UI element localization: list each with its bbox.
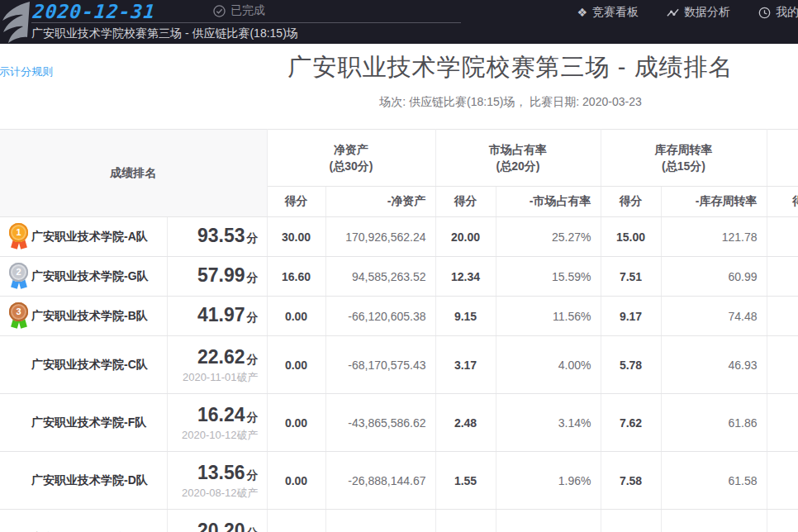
- nav-label: 数据分析: [684, 5, 730, 20]
- nav-item-data-analysis[interactable]: 数据分析: [653, 5, 744, 20]
- group-name: 库存周转率: [601, 141, 767, 158]
- value-cell: 61.86: [661, 394, 767, 452]
- topbar-subtitle: 广安职业技术学院校赛第三场 - 供应链比赛(18:15)场: [31, 26, 298, 41]
- bankrupt-date: 2020-10-12破产: [168, 428, 267, 442]
- score-cell: 5.78: [601, 336, 661, 394]
- rank-number: 2: [9, 263, 28, 282]
- value-cell: 46.93: [661, 336, 767, 394]
- ranking-table: 成绩排名 净资产 (总30分) 市场占有率 (总20分) 库存周转率 (总15分…: [0, 129, 798, 532]
- score-unit: 分: [247, 231, 259, 245]
- score-unit: 分: [247, 311, 259, 324]
- table-row: 广安职业技术学院-C队 22.62分2020-11-01破产 0.00 -68,…: [0, 336, 798, 394]
- score-cell: 2.48: [435, 394, 496, 452]
- group-total: (总20分): [436, 158, 601, 174]
- table-row: 3 广安职业技术学院-B队 41.97分 0.00 -66,120,605.38…: [0, 297, 798, 336]
- score-cell-partial: [767, 394, 798, 452]
- value-cell: 74.48: [661, 297, 767, 336]
- value-cell: 15.59%: [496, 257, 601, 297]
- bankrupt-date: 2020-11-01破产: [168, 370, 267, 384]
- team-name: 广安职业技术学院-F队: [31, 416, 146, 430]
- score-cell: 9.15: [435, 297, 496, 336]
- score-cell-partial: 1: [767, 297, 798, 336]
- team-name: 广安职业技术学院-B队: [31, 309, 148, 324]
- score-cell-partial: 1: [767, 257, 798, 297]
- score-cell-partial: [767, 452, 798, 510]
- score-cell: 12.34: [435, 257, 496, 297]
- score-cell: 7.51: [601, 257, 661, 297]
- team-name: 广安职业技术学院-C队: [31, 358, 148, 373]
- silver-medal-icon: 2: [8, 262, 31, 292]
- value-cell: 60.99: [661, 257, 767, 297]
- score-cell-partial: [767, 217, 798, 257]
- score-cell: 0.97: [435, 510, 496, 532]
- score-cell: 16.60: [267, 257, 325, 297]
- value-cell: 1.96%: [496, 452, 601, 510]
- group-header-market-share: 市场占有率 (总20分): [435, 130, 601, 187]
- col-header-score: 得分: [435, 187, 496, 217]
- table-row: 1 广安职业技术学院-A队 93.53分 30.00 170,926,562.2…: [0, 217, 798, 257]
- value-cell: -66,120,605.38: [325, 297, 435, 336]
- scoring-rules-link[interactable]: 显示计分规则: [0, 64, 53, 79]
- value-cell: 59.02: [661, 510, 767, 532]
- check-circle-icon: [213, 5, 226, 17]
- total-score: 16.24: [197, 404, 245, 425]
- gold-medal-icon: 1: [8, 222, 31, 252]
- nav-item-mine[interactable]: 我的: [744, 5, 798, 20]
- col-header-score: 得分: [267, 187, 325, 217]
- score-unit: 分: [247, 526, 259, 532]
- value-cell: 61.58: [661, 452, 767, 510]
- value-cell: 170,926,562.24: [325, 217, 435, 257]
- total-score: 13.56: [197, 462, 245, 483]
- group-header-partial: [767, 130, 798, 187]
- total-score: 41.97: [197, 304, 245, 325]
- top-nav: ❖ 竞赛看板 数据分析 我的: [563, 5, 798, 20]
- ranking-table-wrap: 成绩排名 净资产 (总30分) 市场占有率 (总20分) 库存周转率 (总15分…: [0, 129, 798, 532]
- score-unit: 分: [247, 411, 259, 424]
- topbar-divider: [31, 22, 461, 23]
- value-cell: 1.22%: [496, 510, 601, 532]
- score-cell-partial: 1: [767, 510, 798, 532]
- value-cell: 3.14%: [496, 394, 601, 452]
- score-cell: 7.62: [601, 394, 661, 452]
- value-cell: 4.00%: [496, 336, 601, 394]
- score-cell: 7.58: [601, 452, 661, 510]
- score-cell: 1.55: [435, 452, 496, 510]
- bankrupt-date: 2020-08-12破产: [168, 486, 267, 500]
- top-bar: 2020-12-31 已完成 广安职业技术学院校赛第三场 - 供应链比赛(18:…: [0, 0, 798, 44]
- total-score: 22.62: [197, 346, 245, 368]
- score-cell: 0.00: [267, 336, 325, 394]
- group-total: (总15分): [601, 158, 767, 174]
- score-cell: 0.00: [267, 297, 325, 336]
- score-cell: 15.00: [601, 217, 661, 257]
- nav-item-kanban[interactable]: ❖ 竞赛看板: [563, 5, 653, 20]
- rank-header: 成绩排名: [0, 130, 267, 217]
- match-clock: 2020-12-31: [32, 1, 157, 22]
- score-cell: 0.00: [267, 394, 325, 452]
- value-cell: 25.27%: [496, 217, 601, 257]
- score-cell: 6.16: [601, 510, 661, 532]
- wing-logo-icon: [0, 1, 31, 44]
- col-header-net-assets: -净资产: [325, 187, 435, 217]
- col-header-score: 得分: [601, 187, 661, 217]
- value-cell: -68,170,575.43: [325, 336, 435, 394]
- score-unit: 分: [247, 353, 259, 366]
- score-cell-partial: [767, 336, 798, 394]
- group-header-inventory-turnover: 库存周转率 (总15分): [601, 130, 767, 187]
- team-name: 广安职业技术学院-G队: [31, 269, 149, 284]
- status-badge: 已完成: [213, 3, 265, 18]
- bronze-medal-icon: 3: [8, 302, 31, 331]
- page-head: 广安职业技术学院校赛第三场 - 成绩排名 场次: 供应链比赛(18:15)场， …: [223, 51, 798, 110]
- score-unit: 分: [247, 468, 259, 482]
- rank-number: 3: [9, 302, 28, 321]
- table-row: 2 广安职业技术学院-G队 57.99分 16.60 94,585,263.52…: [0, 257, 798, 297]
- total-score: 57.99: [197, 264, 245, 286]
- score-unit: 分: [247, 271, 259, 284]
- team-name: 广安职业技术学院-D队: [31, 473, 148, 488]
- value-cell: 94,585,263.52: [325, 257, 435, 297]
- page-subtitle: 场次: 供应链比赛(18:15)场， 比赛日期: 2020-03-23: [223, 95, 798, 110]
- table-row: 广安职业技术学院-D队 13.56分2020-08-12破产 0.00 -26,…: [0, 452, 798, 510]
- col-header-market-share: -市场占有率: [496, 187, 601, 217]
- nav-label: 我的: [776, 5, 798, 20]
- total-score: 93.53: [197, 225, 245, 246]
- group-name: 市场占有率: [436, 141, 601, 158]
